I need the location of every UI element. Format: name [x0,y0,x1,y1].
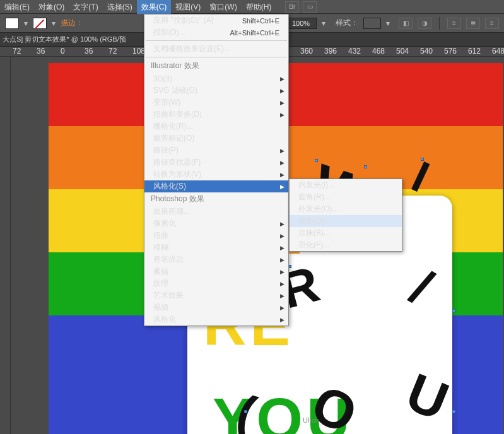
menu-doc-raster[interactable]: 文档栅格效果设置(E)... [144,43,288,55]
bridge-button[interactable]: Br [285,1,299,13]
menu-type[interactable]: 文字(T) [69,0,102,14]
selection-handle[interactable] [452,410,455,413]
menu-bar: 编辑(E) 对象(O) 文字(T) 选择(S) 效果(C) 视图(V) 窗口(W… [0,0,504,14]
panel-btn-1[interactable]: ◧ [399,18,413,29]
opacity-dropdown-icon[interactable]: ▾ [322,19,325,28]
selection-handle[interactable] [452,309,455,312]
menu-3d[interactable]: 3D(3)▶ [144,73,288,85]
submenu-round-corners[interactable]: 圆角(R)... [290,191,402,203]
selection-handle[interactable] [364,165,367,168]
menu-pixelate[interactable]: 像素化▶ [144,218,288,230]
stroke-label: 描边： [61,18,83,28]
menu-window[interactable]: 窗口(W) [205,0,241,14]
section-illustrator: Illustrator 效果 [144,59,288,73]
menu-edit[interactable]: 编辑(E) [0,0,34,14]
menu-distort[interactable]: 扭曲和变换(D)▶ [144,108,288,120]
selection-handle[interactable] [315,159,318,162]
menu-apply-last[interactable]: 应用 "投影(D)" (A)Shift+Ctrl+E [144,15,288,26]
swap-icon[interactable]: ▾ [24,19,28,28]
style-dropdown-icon[interactable]: ▾ [386,19,390,28]
menu-effect-gallery[interactable]: 效果画廊... [144,206,288,218]
menu-warp[interactable]: 变形(W)▶ [144,97,288,108]
menu-stylize-ps[interactable]: 风格化▶ [144,314,288,326]
menu-rasterize[interactable]: 栅格化(R)... [144,120,288,132]
arrange-button[interactable]: ▭ [303,1,317,13]
stroke-swatch[interactable] [33,18,47,29]
align-btn-3[interactable]: ≡ [485,18,499,29]
submenu-feather[interactable]: 羽化(F)... [290,239,402,251]
effect-menu: 应用 "投影(D)" (A)Shift+Ctrl+E 投影(D)...Alt+S… [144,14,289,326]
menu-artistic[interactable]: 艺术效果▶ [144,290,288,302]
menu-effect[interactable]: 效果(C) [137,0,172,14]
section-photoshop: Photoshop 效果 [144,192,288,206]
selection-handle[interactable] [244,410,247,413]
submenu-scribble[interactable]: 涂抹(B)... [290,227,402,239]
menu-object[interactable]: 对象(O) [34,0,69,14]
menu-convert-shape[interactable]: 转换为形状(V)▶ [144,168,288,180]
menu-help[interactable]: 帮助(H) [242,0,276,14]
submenu-outer-glow[interactable]: 外发光(O)... [290,203,402,215]
menu-select[interactable]: 选择(S) [103,0,137,14]
menu-path[interactable]: 路径(P)▶ [144,144,288,156]
document-tab[interactable]: 大点S] 剪切文本效果* @ 100% (RGB/预 [3,35,126,44]
stylize-submenu: 内发光(I)... 圆角(R)... 外发光(O)... 投影(D)... 涂抹… [289,179,402,252]
menu-svg-filters[interactable]: SVG 滤镜(G)▶ [144,85,288,97]
submenu-drop-shadow[interactable]: 投影(D)... [290,215,402,227]
align-btn-2[interactable]: ≣ [466,18,480,29]
menu-distort-ps[interactable]: 扭曲▶ [144,230,288,242]
menu-last-effect[interactable]: 投影(D)...Alt+Shift+Ctrl+E [144,26,288,38]
swap2-icon[interactable]: ▾ [52,19,56,28]
style-label: 样式： [336,18,358,28]
submenu-inner-glow[interactable]: 内发光(I)... [290,179,402,191]
menu-pathfinder[interactable]: 路径查找器(F)▶ [144,156,288,168]
panel-btn-2[interactable]: ◑ [418,18,431,29]
watermark: UI·cn [303,416,319,424]
fill-swatch[interactable] [5,18,19,29]
opacity-input[interactable] [285,18,317,29]
menu-sketch[interactable]: 素描▶ [144,266,288,278]
menu-texture[interactable]: 纹理▶ [144,278,288,290]
menubar-extras: Br ▭ [285,1,317,13]
menu-video[interactable]: 视频▶ [144,302,288,314]
selection-handle[interactable] [421,158,424,161]
align-btn-1[interactable]: ≡ [447,18,461,29]
menu-stylize[interactable]: 风格化(S)▶ [144,180,288,192]
menu-brush[interactable]: 画笔描边▶ [144,254,288,266]
menu-blur[interactable]: 模糊▶ [144,242,288,254]
menu-view[interactable]: 视图(V) [171,0,205,14]
menu-crop-marks[interactable]: 裁剪标记(O) [144,132,288,144]
ruler-vertical [0,57,11,434]
style-swatch[interactable] [363,18,381,29]
